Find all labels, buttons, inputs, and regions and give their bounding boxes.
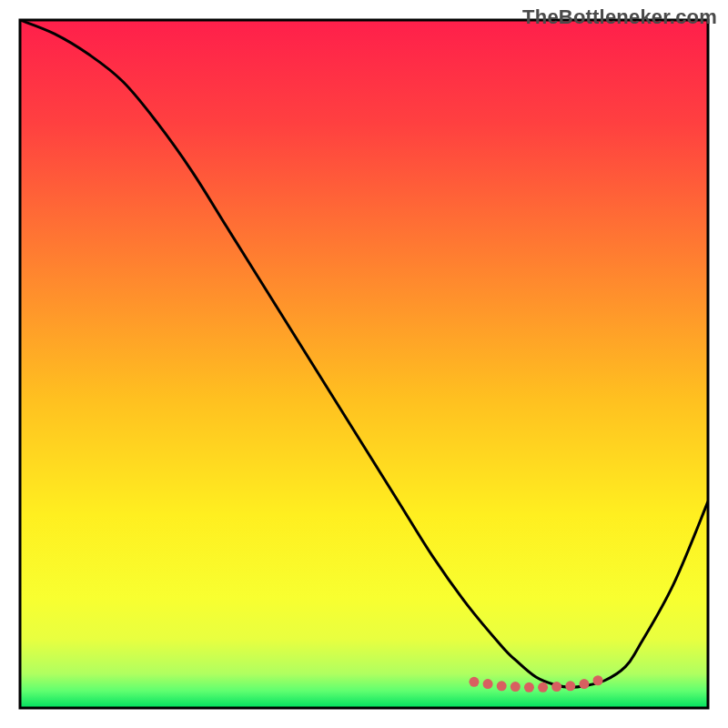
optimal-marker [524,682,534,693]
optimal-marker [579,679,589,689]
optimal-marker [469,677,479,687]
bottleneck-chart [0,0,728,728]
plot-background [20,20,708,708]
optimal-marker [551,682,561,692]
chart-container: TheBottleneker.com [0,0,728,728]
optimal-marker [497,681,507,691]
optimal-marker [511,682,521,692]
optimal-marker [593,675,603,685]
optimal-marker [483,679,493,689]
optimal-marker [538,682,548,693]
optimal-marker [565,681,575,691]
